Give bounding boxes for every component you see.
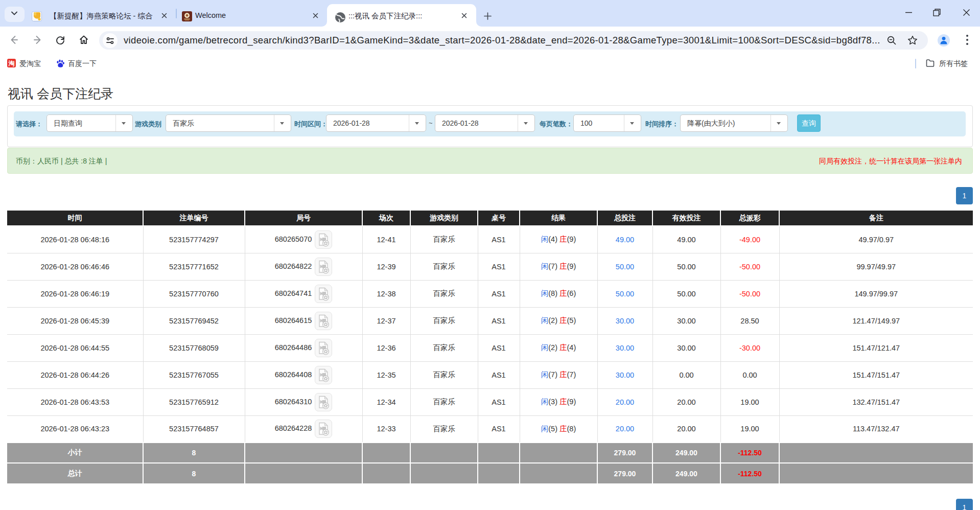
svg-text:淘: 淘	[8, 60, 15, 67]
